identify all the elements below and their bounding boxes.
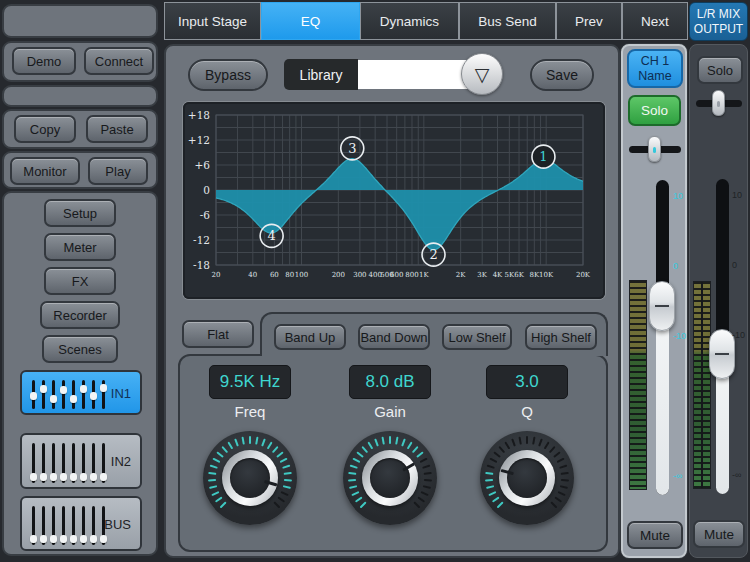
mini-fader-icon (72, 443, 75, 483)
band-button-label: Band Down (360, 330, 427, 345)
tab-input-stage[interactable]: Input Stage (164, 2, 261, 40)
fader-scale-10: 10 (732, 190, 742, 200)
meter-button[interactable]: Meter (44, 233, 116, 261)
gain-label: Gain (349, 403, 431, 420)
mini-fader-icon (62, 443, 65, 483)
mixer-app: Input StageEQDynamicsBus SendPrevNext L/… (0, 0, 750, 562)
recorder-button[interactable]: Recorder (40, 301, 120, 329)
channel-select-in2[interactable]: IN2 (20, 433, 142, 489)
svg-text:-6: -6 (200, 209, 211, 221)
channel-solo-button[interactable]: Solo (628, 95, 681, 126)
connect-button[interactable]: Connect (84, 47, 154, 75)
fx-button[interactable]: FX (44, 267, 116, 295)
sidebar-panel-top (2, 4, 158, 38)
eq-band-handle-2[interactable]: 2 (422, 243, 445, 266)
tab-next[interactable]: Next (622, 2, 688, 40)
mini-fader-dot (70, 473, 77, 481)
play-button[interactable]: Play (88, 157, 148, 185)
sidebar-panel-connect: Demo Connect (2, 41, 158, 82)
svg-text:+6: +6 (195, 159, 211, 171)
lr-mix-output-button[interactable]: L/R MIX OUTPUT (689, 2, 748, 41)
svg-text:4K: 4K (493, 271, 503, 279)
mini-fader-icon (32, 443, 35, 483)
svg-text:60: 60 (270, 271, 279, 279)
paste-button[interactable]: Paste (86, 115, 148, 143)
svg-text:0: 0 (203, 184, 210, 196)
mini-fader-icon (62, 506, 65, 545)
band-down-button[interactable]: Band Down (358, 324, 430, 350)
setup-button[interactable]: Setup (44, 199, 116, 227)
mini-fader-icon (42, 443, 45, 483)
fader-scale--10: -10 (673, 331, 686, 341)
high-shelf-button[interactable]: High Shelf (525, 324, 597, 350)
eq-band-handle-1[interactable]: 1 (532, 145, 555, 168)
output-line2: OUTPUT (694, 22, 743, 37)
q-knob[interactable] (480, 431, 574, 525)
mini-fader-dot (40, 385, 47, 393)
mini-fader-dot (70, 535, 77, 543)
monitor-label: Monitor (23, 164, 66, 179)
mini-fader-icon (52, 443, 55, 483)
eq-curve-svg: +18+12+60-6-12-1820406080100200300400500… (183, 102, 605, 299)
gain-knob[interactable] (343, 431, 437, 525)
channel-name-line2: Name (638, 69, 671, 84)
freq-knob[interactable] (203, 431, 297, 525)
pan-dot (653, 147, 656, 153)
channel-select-bus[interactable]: BUS (20, 496, 142, 551)
knob-tick (424, 479, 432, 481)
channel-fader-fill (656, 306, 669, 495)
mini-fader-icon (92, 380, 95, 409)
channel-name-button[interactable]: CH 1 Name (627, 49, 683, 88)
channel-pan-handle[interactable] (648, 136, 661, 162)
band-button-label: Low Shelf (448, 330, 505, 345)
channel-fader-handle[interactable] (649, 281, 675, 331)
fader-scale--10: -10 (732, 330, 745, 340)
svg-text:3K: 3K (477, 271, 487, 279)
copy-button[interactable]: Copy (14, 115, 76, 143)
tab-eq[interactable]: EQ (261, 2, 360, 40)
mini-fader-dot (50, 473, 57, 481)
top-tab-bar: Input StageEQDynamicsBus SendPrevNext (164, 2, 688, 40)
channel-select-in1[interactable]: IN1 (20, 370, 142, 415)
master-mute-button[interactable]: Mute (693, 520, 745, 548)
pan-dot (717, 101, 720, 107)
svg-text:3: 3 (348, 141, 356, 156)
eq-band-handle-4[interactable]: 4 (260, 224, 283, 247)
master-pan-handle[interactable] (712, 90, 725, 116)
mini-fader-icon (72, 506, 75, 545)
master-solo-button[interactable]: Solo (697, 56, 743, 84)
demo-label: Demo (27, 54, 62, 69)
svg-text:+18: +18 (188, 109, 210, 121)
tab-bus-send[interactable]: Bus Send (459, 2, 556, 40)
mini-fader-icon (92, 506, 95, 545)
svg-text:200: 200 (332, 271, 345, 279)
master-strip-lr-mix: Solo 100-10-∞ Mute (689, 44, 748, 558)
channel-mute-button[interactable]: Mute (627, 521, 683, 549)
channel-name-line1: CH 1 (641, 54, 669, 69)
eq-graph[interactable]: +18+12+60-6-12-1820406080100200300400500… (183, 102, 605, 299)
monitor-button[interactable]: Monitor (10, 157, 80, 185)
save-button[interactable]: Save (530, 59, 594, 91)
low-shelf-button[interactable]: Low Shelf (442, 324, 512, 350)
band-button-label: High Shelf (531, 330, 591, 345)
knob-tick (526, 436, 528, 444)
band-up-button[interactable]: Band Up (274, 324, 346, 350)
mini-fader-dot (30, 535, 37, 543)
tab-dynamics[interactable]: Dynamics (360, 2, 459, 40)
mini-fader-icon (32, 506, 35, 545)
mini-fader-dot (90, 535, 97, 543)
svg-text:+12: +12 (188, 134, 210, 146)
demo-button[interactable]: Demo (12, 47, 76, 75)
mini-fader-icon (52, 380, 55, 409)
knob-tick (389, 436, 391, 444)
tab-prev[interactable]: Prev (556, 2, 622, 40)
flat-button[interactable]: Flat (182, 320, 254, 348)
scenes-button[interactable]: Scenes (42, 335, 118, 363)
knob-tick (284, 479, 292, 481)
bypass-button[interactable]: Bypass (188, 59, 268, 91)
setup-label: Setup (63, 206, 97, 221)
library-dropdown-button[interactable]: ▽ (461, 53, 503, 95)
mini-fader-icon (82, 443, 85, 483)
mini-fader-dot (80, 473, 87, 481)
svg-text:300: 300 (353, 271, 366, 279)
